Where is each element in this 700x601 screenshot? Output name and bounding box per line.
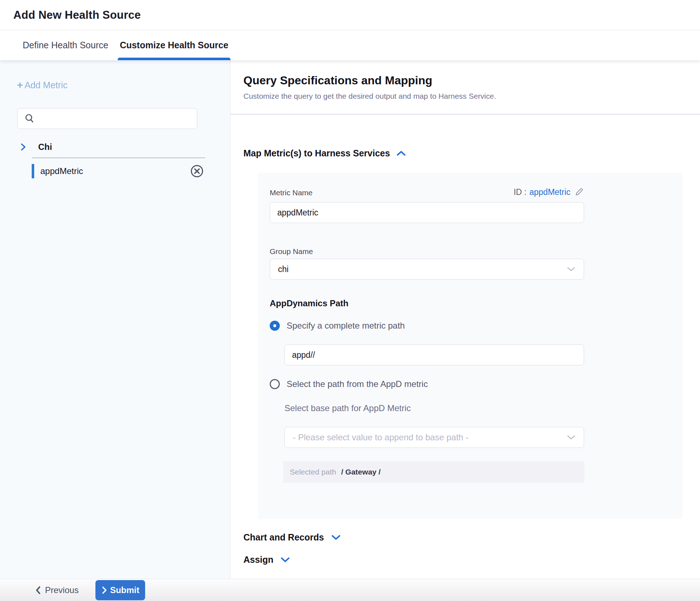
complete-metric-path-input[interactable] [284,344,584,365]
selected-path-label: Selected path [290,468,336,476]
metric-id-group: ID : appdMetric [513,187,584,197]
dialog-footer: Previous Submit [0,579,700,601]
metric-name-label: Metric Name [270,188,313,197]
circle-x-icon [190,164,204,178]
active-tab-underline [118,58,230,60]
map-metrics-section-toggle[interactable]: Map Metric(s) to Harness Services [243,148,700,159]
section-heading: Query Specifications and Mapping [243,74,700,87]
dialog-header: Add New Health Source [0,0,700,30]
chevron-left-icon [35,586,41,595]
query-specifications-panel: Query Specifications and Mapping Customi… [230,60,700,579]
group-name-select[interactable]: chi [270,259,584,280]
appdynamics-path-label: AppDynamics Path [270,298,682,308]
search-input[interactable] [39,108,197,129]
sidebar-item-appdmetric[interactable]: appdMetric [0,163,230,179]
tab-label: Define Health Source [23,40,108,50]
metric-search-box [17,108,197,129]
selected-indicator-bar [32,164,34,178]
section-subheading: Customize the query to get the desired o… [243,92,700,101]
page-title: Add New Health Source [13,9,141,22]
radio-unselected-icon [270,379,280,389]
plus-icon: + [17,80,23,90]
tab-label: Customize Health Source [120,40,228,50]
group-label: Chi [38,142,52,152]
radio-complete-metric-path[interactable]: Specify a complete metric path [270,321,682,331]
add-metric-button[interactable]: + Add Metric [17,80,230,90]
chevron-down-icon [279,556,291,564]
add-metric-label: Add Metric [24,80,67,90]
base-path-placeholder: - Please select value to append to base … [293,432,468,442]
previous-button[interactable]: Previous [35,585,78,595]
sidebar-divider [32,157,205,158]
selected-path-value: / Gateway / [341,468,381,476]
tab-customize-health-source[interactable]: Customize Health Source [120,30,228,60]
map-metrics-title: Map Metric(s) to Harness Services [243,148,390,159]
chevron-right-icon [102,586,107,595]
submit-label: Submit [110,585,139,595]
assign-toggle[interactable]: Assign [243,555,700,565]
metric-name-input[interactable] [270,202,584,223]
heading-divider [230,114,700,115]
group-name-label: Group Name [270,247,682,256]
metrics-sidebar: + Add Metric Chi [0,60,230,579]
radio-select-path-from-appd[interactable]: Select the path from the AppD metric [270,379,682,389]
metric-mapping-card: Metric Name ID : appdMetric Group Name c… [258,173,682,519]
chevron-right-icon [19,143,27,151]
group-name-value: chi [278,264,288,274]
add-health-source-dialog: Add New Health Source Define Health Sour… [0,0,700,601]
search-icon [24,113,35,124]
delete-metric-button[interactable] [190,164,204,178]
chevron-down-icon [330,534,342,541]
assign-title: Assign [243,555,273,565]
submit-button[interactable]: Submit [95,580,145,600]
chevron-down-icon [566,266,576,272]
chart-and-records-toggle[interactable]: Chart and Records [243,532,700,543]
metric-item-label: appdMetric [40,166,190,176]
tab-bar: Define Health Source Customize Health So… [0,30,700,60]
chart-records-title: Chart and Records [243,532,324,543]
sidebar-group-chi[interactable]: Chi [19,142,230,152]
edit-pencil-icon[interactable] [574,187,584,197]
previous-label: Previous [45,585,78,595]
chevron-up-icon [396,150,407,157]
radio-label: Select the path from the AppD metric [287,379,428,389]
id-value-link[interactable]: appdMetric [529,187,570,197]
base-path-label: Select base path for AppD Metric [284,403,682,413]
selected-path-display: Selected path / Gateway / [283,461,584,483]
tab-define-health-source[interactable]: Define Health Source [23,30,108,60]
id-label: ID : [513,187,526,197]
radio-label: Specify a complete metric path [287,321,405,331]
radio-selected-icon [270,321,280,331]
base-path-select[interactable]: - Please select value to append to base … [284,427,584,448]
chevron-down-icon [566,435,576,440]
